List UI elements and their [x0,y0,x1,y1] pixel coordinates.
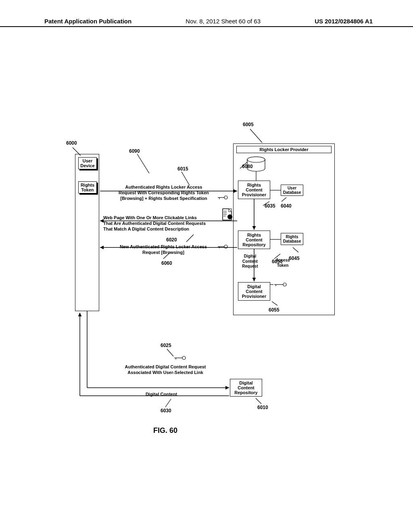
ref-6010: 6010 [257,405,268,410]
ref-6030: 6030 [161,408,171,414]
svg-point-3 [224,196,227,199]
ref-6025: 6025 [161,343,171,348]
rights-content-repository-box: Rights Content Repository [238,231,270,249]
header-left: Patent Application Publication [44,18,131,25]
ref-6015: 6015 [177,166,188,172]
msg-6020-label: Web Page With One Or More Clickable Link… [103,215,228,232]
svg-line-45 [256,398,261,404]
rights-content-provisioner-box: Rights Content Provisioner [238,181,270,199]
rights-locker-provider-title: Rights Locker Provider [236,146,332,153]
svg-point-14 [224,245,227,248]
header-mid: Nov. 8, 2012 Sheet 60 of 63 [186,18,261,25]
digital-content-request-label: Digital Content Request [238,254,262,269]
msg-6030-label: Digital Content [137,392,186,397]
svg-line-37 [186,235,194,242]
header-right: US 2012/0284806 A1 [315,18,373,25]
page-header: Patent Application Publication Nov. 8, 2… [0,18,413,27]
ref-6040: 6040 [281,203,292,209]
user-database-box: User Database [281,185,303,196]
svg-line-34 [250,129,262,143]
ref-6090: 6090 [129,148,140,154]
ref-6060: 6060 [161,260,172,266]
msg-6060-label: New Authenticated Rights Locker Access R… [105,244,222,256]
user-device-box: User Device [78,157,97,169]
digital-content-repository-box: Digital Content Repository [230,379,262,397]
user-device-outer [75,154,99,311]
rights-token-box: Rights Token [78,181,97,193]
msg-6025-label: Authenticated Digital Content Request As… [109,364,222,376]
ref-6020: 6020 [166,237,177,243]
msg-6015-label: Authenticated Rights Locker Access Reque… [103,185,224,201]
ref-6050: 6050 [272,259,283,264]
figure-caption: FIG. 60 [153,426,177,435]
ref-6000: 6000 [66,140,77,146]
svg-line-35 [137,154,149,173]
svg-line-46 [167,349,173,356]
ref-6005: 6005 [243,122,254,127]
ref-6045: 6045 [289,256,300,261]
svg-line-36 [181,172,190,185]
rights-database-box: Rights Database [281,233,303,245]
svg-point-26 [182,356,186,360]
svg-line-47 [165,399,171,407]
ref-6035: 6035 [265,203,275,209]
figure-diagram: User Device Rights Token Rights Locker P… [56,125,351,427]
ref-6080: 6080 [242,164,253,169]
ref-6055: 6055 [269,307,280,313]
digital-content-provisioner-box: Digital Content Provisioner [238,282,270,301]
